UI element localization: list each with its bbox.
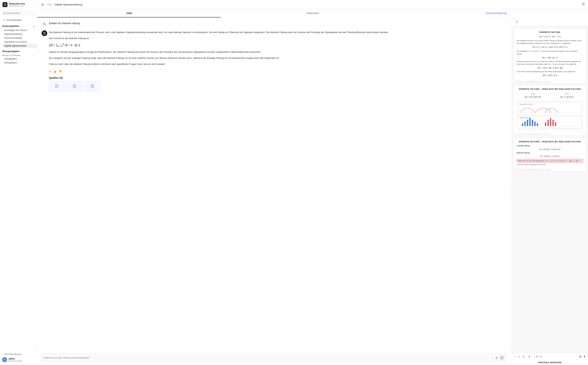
exercises-section: Übungsaufgaben Übung zur Vorlesung ⌄ Übu… bbox=[0, 49, 37, 65]
arrow-icon: ↕ bbox=[2, 353, 3, 355]
admin-link[interactable]: ↕ Zum Admin-Bereich bbox=[2, 352, 35, 356]
breadcrumb-separator: › bbox=[53, 3, 54, 6]
sidebar-item-algo[interactable]: Algorithmen und Datens bbox=[2, 40, 37, 44]
pdf-page-2-content: DISKRETE FALTUNG - VERGLEICH MIT ANALOGE… bbox=[514, 85, 586, 133]
sidebar-item-materials[interactable]: 📁 Kursmaterialien bbox=[2, 18, 35, 22]
pdf-page-3-analog: y(t) = x(t)∗g(t) = ∫ x(τ)·g(t−τ)dτ bbox=[517, 148, 583, 151]
tab-flashcards[interactable]: Flashcards bbox=[221, 9, 404, 17]
pdf-page-1-content: DISKRETE FALTUNG y(t) = ∑ x(n·TS) · g(t … bbox=[514, 28, 586, 80]
svg-rect-10 bbox=[522, 123, 523, 126]
pdf-content: DISKRETE FALTUNG y(t) = ∑ x(n·TS) · g(t … bbox=[512, 26, 588, 353]
svg-rect-3 bbox=[41, 5, 44, 6]
pdf-charts: x(t), bell(T₁/2,T₂/T(t)) Diskrete Faltun… bbox=[517, 101, 583, 130]
avatar: A bbox=[2, 357, 7, 362]
pdf-page-1: DISKRETE FALTUNG y(t) = ∑ x(n·TS) · g(t … bbox=[514, 28, 586, 83]
zoom-out-button[interactable]: − bbox=[514, 355, 517, 358]
chat-input[interactable] bbox=[43, 357, 491, 359]
sidebar-chevron-icon[interactable]: ⌄ bbox=[33, 3, 35, 6]
svg-rect-14 bbox=[532, 120, 533, 126]
pdf-page-1-title: DISKRETE FALTUNG bbox=[517, 31, 583, 34]
fit-width-button[interactable]: ⊞ bbox=[579, 355, 581, 358]
svg-rect-11 bbox=[524, 122, 526, 126]
settings-icon[interactable] bbox=[582, 2, 585, 7]
vorlesungen-header[interactable]: Vorlesungsfolien ⌄ bbox=[0, 24, 37, 28]
sidebar-item-blatt2[interactable]: Übungsblatt 2 bbox=[2, 57, 37, 61]
pdf-page-1-body2: Die Abtastellen m·T_S und n·T_S können a… bbox=[517, 50, 583, 55]
sidebar: StudyLabs Kurs StudyLabs by ZAVI ⌄ 🔍 📁 K… bbox=[0, 0, 37, 365]
delete-icon[interactable]: 🗑 bbox=[495, 356, 498, 359]
svg-rect-16 bbox=[537, 123, 538, 126]
pdf-panel: ✕ DISKRETE FALTUNG y(t) = ∑ x(n·TS) · g(… bbox=[512, 18, 588, 365]
user-message-text: Erkläre mir Diskrete Faltung bbox=[49, 21, 80, 25]
sidebar-item-rechner[interactable]: Rechnerarchitektur bbox=[2, 36, 37, 40]
app-title: StudyLabs Kurs StudyLabs by ZAVI bbox=[9, 2, 31, 7]
pdf-page-2-footer: 2024 | Prof. Dr. Heinz GHMB Mannheim | C… bbox=[514, 133, 586, 136]
folder-icon: 📁 bbox=[3, 19, 6, 21]
sidebar-item-blatt1[interactable]: Übungsblatt 1 bbox=[2, 61, 37, 65]
main-content: Chat › Digitale Signalverarbeitung Chat … bbox=[37, 0, 588, 365]
pdf-page-1-body: Das Ergebnis y(t) kann nur für eine endl… bbox=[517, 39, 583, 45]
sidebar-bottom: ↕ Zum Admin-Bereich A admin Max Musterma… bbox=[0, 350, 37, 365]
svg-rect-15 bbox=[534, 122, 535, 126]
sidebar-item-signal[interactable]: Signalverarbeitung bbox=[2, 32, 37, 36]
next-section-title: SPEKTRALE ABTASTUNG bbox=[512, 360, 588, 365]
pdf-close-button[interactable]: ✕ bbox=[514, 19, 519, 24]
ai-para-5: Falls du mehr über die diskrete Faltung … bbox=[49, 62, 506, 66]
chat-panel: Erkläre mir Diskrete Faltung Die diskret… bbox=[37, 18, 511, 365]
sidebar-item-digitale[interactable]: Digitale Signalverarbeit. bbox=[2, 44, 37, 48]
quelle-3[interactable] bbox=[84, 81, 101, 92]
page-number-input[interactable] bbox=[526, 355, 533, 358]
download-button[interactable]: ⬇ bbox=[583, 355, 586, 358]
pdf-footer: − + ∧ / 45 ∨ ⊞ ⬇ bbox=[512, 353, 588, 360]
ai-text: Die diskrete Faltung ist ein mathematisc… bbox=[49, 30, 506, 66]
pdf-page-1-body4: In der Praxis wird die Spiegelung auf de… bbox=[517, 70, 583, 73]
sidebar-item-grundlagen[interactable]: Grundlagen der Informa bbox=[2, 28, 37, 32]
uebungen-items: Übungsblatt 2 Übungsblatt 1 bbox=[0, 57, 37, 65]
quellen-title: Quellen (3) bbox=[49, 76, 506, 79]
svg-rect-18 bbox=[547, 120, 549, 126]
quellen-items bbox=[49, 81, 506, 92]
uebung-vorlesung-header[interactable]: Übung zur Vorlesung ⌄ bbox=[0, 54, 37, 57]
formula-block: y[l] = ∑i=−NN x[l + i] · g[−i] bbox=[49, 43, 506, 48]
pdf-header: ✕ bbox=[512, 18, 588, 26]
breadcrumb: Chat › Digitale Signalverarbeitung bbox=[47, 3, 580, 6]
tab-chat[interactable]: Chat bbox=[37, 9, 221, 17]
content-area: Erkläre mir Diskrete Faltung Die diskret… bbox=[37, 18, 588, 365]
zoom-in-button[interactable]: + bbox=[518, 355, 520, 358]
svg-rect-17 bbox=[545, 122, 546, 126]
ai-para-1: Die diskrete Faltung ist ein mathematisc… bbox=[49, 30, 506, 34]
chevron-icon: ⌄ bbox=[33, 25, 35, 27]
breadcrumb-home[interactable]: Chat bbox=[47, 3, 52, 6]
vorlesungen-group: Vorlesungsfolien ⌄ Grundlagen der Inform… bbox=[0, 23, 37, 49]
send-button[interactable]: ➤ bbox=[499, 355, 504, 360]
pdf-formula-4: y[l] = ∑ x[l−j] · g[j] = ∑ x[l−j] · g[j] bbox=[517, 66, 583, 69]
quelle-1[interactable] bbox=[49, 81, 65, 92]
tab-zusammenfassung[interactable]: Zusammenfassung bbox=[404, 9, 588, 17]
page-total: 45 bbox=[536, 355, 538, 358]
pdf-page-1-footer: 2024 | Prof. Dr. Heinz GHMB Mannheim | C… bbox=[514, 80, 586, 83]
svg-rect-2 bbox=[41, 4, 44, 5]
exercise-note: Anmerkung: Nicht angegebene Werte sind 0… bbox=[517, 163, 583, 166]
pdf-page-3-title: DISKRETE FALTUNG - VERGLEICH MIT ANALOGE… bbox=[517, 140, 583, 143]
scroll-down-button[interactable]: ∨ bbox=[540, 355, 543, 358]
svg-rect-12 bbox=[527, 120, 528, 126]
pdf-footer-right: ⊞ ⬇ bbox=[579, 355, 586, 358]
pdf-diskret-formula: y[l] = ∑ x[l+i]·g[−i] bbox=[552, 96, 582, 98]
quelle-2[interactable] bbox=[67, 81, 83, 92]
sidebar-toggle-button[interactable] bbox=[40, 2, 45, 7]
thumbs-down-button[interactable]: 👎 bbox=[59, 70, 62, 73]
ai-content: Die diskrete Faltung ist ein mathematisc… bbox=[49, 30, 506, 92]
uebungen-header[interactable]: Übungsaufgaben bbox=[0, 49, 37, 54]
svg-rect-20 bbox=[552, 120, 554, 126]
scroll-up-button[interactable]: ∧ bbox=[522, 355, 525, 358]
upload-icon[interactable]: ↑ bbox=[492, 356, 494, 359]
search-icon: 🔍 bbox=[3, 12, 6, 14]
svg-point-6 bbox=[43, 32, 46, 35]
copy-button[interactable]: ⧉ bbox=[49, 70, 51, 73]
pdf-formula-5: y[l] = ∑ x[l+i] · g[−i] bbox=[517, 74, 583, 77]
thumbs-up-button[interactable]: 👍 bbox=[53, 70, 56, 73]
search-input[interactable] bbox=[2, 11, 35, 15]
chat-messages: Erkläre mir Diskrete Faltung Die diskret… bbox=[37, 18, 511, 351]
app-logo bbox=[2, 2, 7, 7]
search-area: 🔍 bbox=[0, 9, 37, 17]
